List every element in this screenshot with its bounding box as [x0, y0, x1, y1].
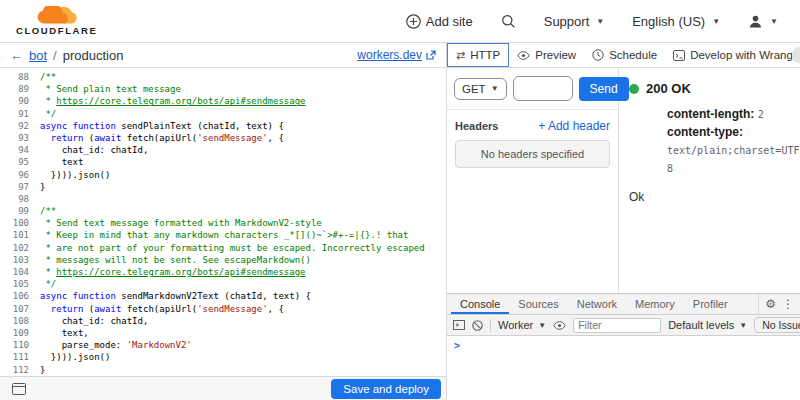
tab-preview[interactable]: Preview [509, 43, 584, 67]
logo-wordmark: CLOUDFLARE [16, 25, 97, 36]
sub-bar: ← bot / production workers.dev ⇄ HTTP Pr… [0, 43, 800, 68]
status-text: 200 OK [646, 81, 691, 96]
cloudflare-logo[interactable]: CLOUDFLARE [16, 6, 97, 36]
code-line[interactable]: 99/** [0, 205, 446, 217]
support-label: Support [544, 14, 590, 29]
context-selector[interactable]: Worker ▼ [498, 319, 546, 331]
code-text: chat_id: chatId, [40, 315, 148, 327]
devtools-tab-console[interactable]: Console [451, 294, 509, 314]
line-number: 92 [0, 120, 40, 132]
line-number: 93 [0, 132, 40, 144]
code-line[interactable]: 96 }))).json() [0, 169, 446, 181]
gear-icon[interactable]: ⚙ [765, 297, 776, 311]
tabs-scroll-hint[interactable] [792, 47, 800, 63]
request-row: GET ▼ Send [447, 68, 618, 110]
code-line[interactable]: 112} [0, 364, 446, 376]
no-issues-button[interactable]: No Issues [754, 317, 800, 333]
line-number: 90 [0, 95, 40, 107]
code-editor[interactable]: 88/**89 * Send plain text message90 * ht… [0, 68, 446, 376]
eye-filter-icon[interactable] [553, 321, 566, 330]
tab-wrangler-cli[interactable]: Develop with Wrangler CLI [665, 43, 800, 67]
panel-toggle-icon[interactable] [12, 383, 26, 395]
line-number: 110 [0, 339, 40, 351]
user-menu[interactable]: ▼ [748, 14, 778, 29]
http-arrows-icon: ⇄ [456, 49, 465, 62]
line-number: 112 [0, 364, 40, 376]
code-line[interactable]: 102 * are not part of your formatting mu… [0, 242, 446, 254]
response-body: Ok [629, 190, 790, 204]
code-line[interactable]: 100 * Send text message formatted with M… [0, 217, 446, 229]
tab-schedule[interactable]: Schedule [584, 43, 665, 67]
code-text: */ [40, 108, 56, 120]
clear-console-icon[interactable] [472, 320, 483, 331]
code-line[interactable]: 95 text [0, 156, 446, 168]
code-line[interactable]: 98 [0, 193, 446, 205]
code-text: chat_id: chatId, [40, 144, 148, 156]
code-line[interactable]: 106async function sendMarkdownV2Text (ch… [0, 290, 446, 302]
code-line[interactable]: 92async function sendPlainText (chatId, … [0, 120, 446, 132]
add-header-link[interactable]: + Add header [538, 119, 610, 133]
code-line[interactable]: 91 */ [0, 108, 446, 120]
search-button[interactable] [501, 14, 516, 29]
method-dropdown[interactable]: GET ▼ [454, 78, 507, 100]
code-line[interactable]: 97} [0, 181, 446, 193]
console-sidebar-toggle-icon[interactable] [453, 320, 465, 330]
chevron-down-icon: ▼ [712, 17, 720, 26]
tab-http[interactable]: ⇄ HTTP [447, 43, 509, 67]
language-label: English (US) [632, 14, 705, 29]
code-line[interactable]: 90 * https://core.telegram.org/bots/api#… [0, 95, 446, 107]
http-panel: GET ▼ Send Headers + Add header No heade… [447, 68, 800, 400]
add-site-button[interactable]: Add site [406, 14, 473, 29]
code-line[interactable]: 88/** [0, 71, 446, 83]
back-arrow-icon[interactable]: ← [10, 48, 23, 63]
code-line[interactable]: 104 * https://core.telegram.org/bots/api… [0, 266, 446, 278]
line-number: 91 [0, 108, 40, 120]
code-text: * are not part of your formatting must b… [40, 242, 425, 254]
workers-dev-link[interactable]: workers.dev [357, 48, 436, 62]
code-text: return (await fetch(apiUrl('sendMessage'… [40, 132, 284, 144]
devtools-tab-sources[interactable]: Sources [509, 294, 567, 314]
code-line[interactable]: 110 parse_mode: 'MarkdownV2' [0, 339, 446, 351]
clock-icon [592, 49, 604, 61]
breadcrumb-separator: / [53, 48, 57, 63]
line-number: 94 [0, 144, 40, 156]
http-area: GET ▼ Send Headers + Add header No heade… [447, 68, 800, 293]
code-line[interactable]: 108 chat_id: chatId, [0, 315, 446, 327]
main-area: 88/**89 * Send plain text message90 * ht… [0, 68, 800, 400]
breadcrumb-back-link[interactable]: bot [29, 48, 47, 63]
code-line[interactable]: 93 return (await fetch(apiUrl('sendMessa… [0, 132, 446, 144]
devtools-tab-profiler[interactable]: Profiler [684, 294, 737, 314]
code-text: /** [40, 71, 56, 83]
log-levels-dropdown[interactable]: Default levels ▼ [668, 319, 747, 331]
language-menu[interactable]: English (US) ▼ [632, 14, 720, 29]
header-value: text/plain;charset=UTF-8 [667, 145, 800, 174]
code-line[interactable]: 101 * Keep in mind that any markdown cha… [0, 229, 446, 241]
kebab-menu-icon[interactable]: ⋮ [782, 297, 794, 311]
console-filter-input[interactable] [573, 318, 661, 333]
header-value: 2 [758, 109, 764, 120]
devtools-tab-memory[interactable]: Memory [626, 294, 684, 314]
header-name: content-length [667, 107, 754, 121]
code-line[interactable]: 111 }))).json() [0, 351, 446, 363]
code-text: * messages will not be sent. See escapeM… [40, 254, 311, 266]
support-menu[interactable]: Support ▼ [544, 14, 604, 29]
line-number: 96 [0, 169, 40, 181]
line-number: 88 [0, 71, 40, 83]
code-text: } [40, 181, 45, 193]
code-text: */ [40, 278, 56, 290]
code-line[interactable]: 109 text, [0, 327, 446, 339]
url-input[interactable] [513, 76, 573, 101]
devtools-toolbar: Worker ▼ Default levels ▼ No Issues ⚙ [447, 315, 800, 336]
code-line[interactable]: 107 return (await fetch(apiUrl('sendMess… [0, 303, 446, 315]
code-line[interactable]: 89 * Send plain text message [0, 83, 446, 95]
chevron-down-icon: ▼ [491, 84, 499, 93]
save-and-deploy-button[interactable]: Save and deploy [331, 379, 441, 399]
headers-label: Headers [455, 120, 498, 132]
console-output[interactable]: > [447, 336, 800, 400]
devtools-tab-network[interactable]: Network [568, 294, 626, 314]
code-line[interactable]: 94 chat_id: chatId, [0, 144, 446, 156]
worker-tabs: ⇄ HTTP Preview Schedule Develop with Wr [447, 43, 800, 67]
search-icon [501, 14, 516, 29]
code-line[interactable]: 103 * messages will not be sent. See esc… [0, 254, 446, 266]
code-line[interactable]: 105 */ [0, 278, 446, 290]
